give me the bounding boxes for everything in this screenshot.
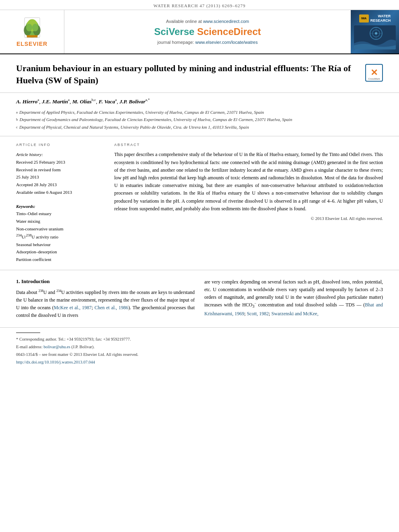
cover-inner: IWA WATERRESEARCH: [352, 12, 397, 52]
affiliations: a Department of Applied Physics, Faculta…: [16, 109, 383, 131]
body-left-col: 1. Introduction Data about 238U and 234U…: [16, 278, 195, 320]
received2: 25 July 2013: [16, 175, 39, 179]
journal-url[interactable]: www.elsevier.com/locate/watres: [195, 40, 257, 45]
authors-section: A. Hierroa, J.E. Martína, M. Olíasb,c, F…: [0, 93, 399, 136]
kw-5: Seasonal behaviour: [16, 241, 105, 249]
elsevier-brand-text: ELSEVIER: [16, 41, 47, 47]
section1-number: 1.: [16, 278, 20, 284]
footer-divider: [16, 333, 40, 333]
affil-c: c Department of Physical, Chemical and N…: [16, 124, 383, 131]
two-col-section: ARTICLE INFO Article history: Received 2…: [0, 136, 399, 270]
authors-line: A. Hierroa, J.E. Martína, M. Olíasb,c, F…: [16, 98, 383, 105]
article-history: Article history: Received 25 February 20…: [16, 151, 105, 196]
ref-swarzenski[interactable]: Swarzenski and McKee,: [271, 311, 319, 316]
affil-a-text: Department of Applied Physics, Facultad …: [19, 109, 264, 116]
sciverse-title: SciVerse ScienceDirect: [154, 26, 261, 37]
journal-header-text: WATER RESEARCH 47 (2013) 6269–6279: [154, 3, 246, 8]
crossmark-badge[interactable]: ✕ CrossMark: [365, 64, 383, 82]
elsevier-tree-icon: [20, 17, 44, 39]
sciverse-area: Available online at www.sciencedirect.co…: [64, 10, 351, 53]
keywords-label: Keywords:: [16, 204, 35, 209]
body-right-text: are very complex depending on several fa…: [204, 278, 383, 318]
author-martin: J.E. Martín: [42, 99, 68, 105]
sciencedirect-link[interactable]: www.sciencedirect.com: [203, 19, 249, 24]
kw-4: 234U/238U activity ratio: [16, 232, 105, 240]
author-olias: M. Olías: [72, 99, 92, 105]
crossmark-inner: ✕ CrossMark: [365, 64, 383, 82]
affil-a: a Department of Applied Physics, Faculta…: [16, 109, 383, 116]
body-right-col: are very complex depending on several fa…: [204, 278, 383, 320]
article-title: Uranium behaviour in an estuary polluted…: [16, 62, 359, 86]
doi-link-line: http://dx.doi.org/10.1016/j.watres.2013.…: [16, 359, 383, 366]
article-title-text: Uranium behaviour in an estuary polluted…: [16, 62, 359, 86]
abstract-col: ABSTRACT This paper describes a comprehe…: [114, 143, 383, 263]
ref-chen1986[interactable]: Chen et al., 1986: [95, 305, 128, 310]
affil-c-text: Department of Physical, Chemical and Nat…: [19, 124, 249, 131]
cover-water-svg: [354, 25, 396, 49]
article-title-section: Uranium behaviour in an estuary polluted…: [0, 54, 399, 93]
available-online: Available online 6 August 2013: [16, 190, 72, 195]
water-research-cover: IWA WATERRESEARCH: [351, 10, 399, 53]
article-info-label: ARTICLE INFO: [16, 143, 105, 147]
svg-rect-7: [27, 35, 37, 37]
available-online-text: Available online at www.sciencedirect.co…: [166, 19, 249, 24]
author-vaca: F. Vaca: [99, 99, 115, 105]
email-person: (J.P. Bolivar).: [71, 345, 95, 349]
author-bolivar: J.P. Bolivar: [119, 99, 146, 105]
crossmark-cross-symbol: ✕: [370, 68, 378, 77]
article-info-col: ARTICLE INFO Article history: Received 2…: [16, 143, 105, 263]
ref-scott1982[interactable]: Scott, 1982: [247, 311, 269, 316]
iwa-logo: IWA: [359, 14, 369, 23]
abstract-label: ABSTRACT: [114, 143, 383, 147]
corresponding-note: * Corresponding author. Tel.: +34 959219…: [16, 336, 383, 343]
branding-row: ELSEVIER Available online at www.science…: [0, 10, 399, 54]
crossmark-label: CrossMark: [368, 78, 380, 80]
received-revised-label: Received in revised form: [16, 167, 61, 172]
affil-b-text: Department of Geodynamics and Paleontolo…: [20, 116, 292, 123]
history-label: Article history:: [16, 152, 43, 157]
kw-3: Non-conservative uranium: [16, 225, 105, 233]
abstract-copyright: © 2013 Elsevier Ltd. All rights reserved…: [114, 216, 383, 221]
author-hierro: A. Hierro: [16, 99, 37, 105]
affil-b: b Department of Geodynamics and Paleonto…: [16, 116, 383, 123]
journal-homepage: journal homepage: www.elsevier.com/locat…: [157, 40, 257, 45]
ref-mckee1987[interactable]: McKee et al., 1987: [54, 305, 92, 310]
water-research-title: WATERRESEARCH: [370, 14, 391, 23]
cover-top: IWA WATERRESEARCH: [359, 14, 391, 23]
keywords-section: Keywords: Tinto–Odiel estuary Water mixi…: [16, 203, 105, 263]
kw-7: Partition coefficient: [16, 256, 105, 263]
kw-6: Adsorption–desorption: [16, 248, 105, 256]
cover-image: [354, 25, 396, 49]
section1-title-text: Introduction: [21, 278, 50, 284]
svg-point-5: [26, 24, 32, 31]
kw-2: Water mixing: [16, 218, 105, 225]
body-section: 1. Introduction Data about 238U and 234U…: [0, 270, 399, 328]
kw-1: Tinto–Odiel estuary: [16, 210, 105, 218]
abstract-text: This paper describes a comprehensive stu…: [114, 151, 383, 213]
email-note: E-mail address: bolivar@uhu.es (J.P. Bol…: [16, 344, 383, 351]
sciverse-part: SciVerse: [154, 26, 197, 37]
accepted: Accepted 28 July 2013: [16, 182, 57, 187]
email-link[interactable]: bolivar@uhu.es: [43, 345, 70, 349]
svg-point-6: [32, 24, 38, 31]
received1: Received 25 February 2013: [16, 160, 65, 164]
sciencedirect-part: ScienceDirect: [197, 26, 261, 37]
footer-section: * Corresponding author. Tel.: +34 959219…: [0, 327, 399, 371]
elsevier-logo-area: ELSEVIER: [0, 10, 64, 53]
section1-title: 1. Introduction: [16, 278, 195, 285]
journal-header: WATER RESEARCH 47 (2013) 6269–6279: [0, 0, 399, 10]
body-left-text: Data about 238U and 234U activities supp…: [16, 289, 195, 320]
doi-link[interactable]: http://dx.doi.org/10.1016/j.watres.2013.…: [16, 360, 95, 364]
copyright-note: 0043-1354/$ – see front matter © 2013 El…: [16, 351, 383, 358]
